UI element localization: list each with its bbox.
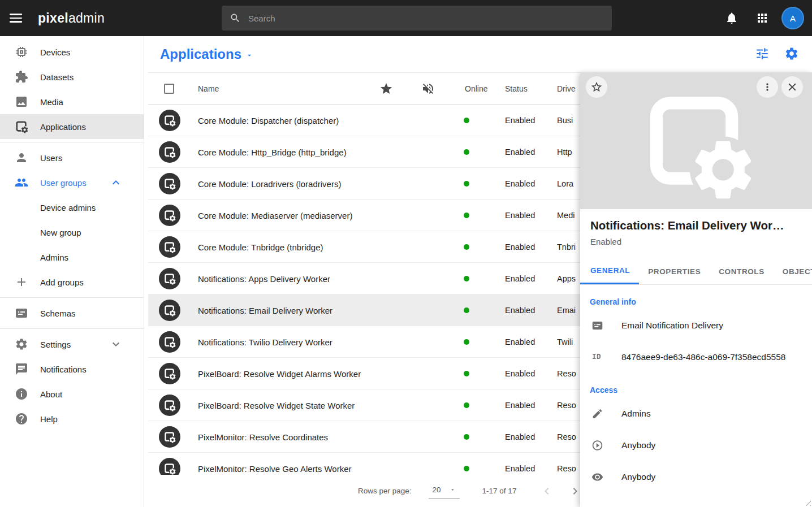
sidebar-item-media[interactable]: Media (0, 89, 144, 114)
sidebar-item-users[interactable]: Users (0, 145, 144, 170)
apps-grid-icon (755, 11, 769, 25)
row-status: Enabled (505, 116, 535, 125)
row-name: Notifications: Email Delivery Worker (198, 305, 332, 315)
muted-icon (421, 82, 435, 96)
header-actions (754, 46, 800, 62)
tab-general[interactable]: GENERAL (580, 258, 639, 284)
row-status: Enabled (505, 148, 535, 157)
sidebar-item-device-admins[interactable]: Device admins (0, 195, 144, 220)
row-status: Enabled (505, 401, 535, 410)
rows-per-page-select[interactable]: 20 (429, 484, 460, 499)
row-drive: Busi (557, 116, 573, 125)
row-drive: Reso (557, 432, 576, 441)
row-app-icon (159, 205, 180, 226)
sidebar-item-label: Media (40, 97, 63, 107)
plus-icon (15, 275, 28, 289)
sidebar-item-label: Notifications (40, 365, 87, 374)
brand-light: admin (68, 11, 105, 25)
resize-handle[interactable] (804, 499, 811, 506)
info-row[interactable]: Email Notification Delivery (580, 310, 812, 341)
sidebar-item-notifications[interactable]: Notifications (0, 357, 144, 382)
app-icon (15, 120, 28, 133)
topbar: pixeladmin A (0, 0, 812, 36)
pagination-range: 1-17 of 17 (482, 487, 517, 495)
row-name: Core Module: Dispatcher (dispatcher) (198, 115, 339, 125)
close-icon (786, 81, 798, 93)
chat-icon (15, 362, 28, 376)
info-row-value: 8476aee9-de63-486c-a069-7f358ecd5558 (621, 352, 785, 362)
row-name: PixelMonitor: Resolve Coordinates (198, 432, 328, 441)
favorite-button[interactable] (586, 76, 607, 98)
row-app-icon (159, 395, 180, 416)
puzzle-icon (15, 70, 28, 84)
info-row-value: Admins (621, 409, 651, 419)
info-row-value: Anybody (621, 472, 655, 482)
tab-properties[interactable]: PROPERTIES (639, 258, 710, 284)
detail-hero (580, 72, 812, 209)
sidebar-item-add-groups[interactable]: Add groups (0, 270, 144, 294)
sidebar-item-about[interactable]: About (0, 382, 144, 406)
detail-status: Enabled (590, 237, 802, 246)
sidebar-item-help[interactable]: Help (0, 406, 144, 431)
more-options-button[interactable] (757, 76, 778, 98)
row-drive: Emai (557, 306, 576, 315)
notifications-button[interactable] (720, 7, 743, 29)
table-settings-button[interactable] (784, 46, 800, 62)
sidebar-divider (0, 297, 144, 298)
application-icon (163, 209, 176, 222)
tab-objects[interactable]: OBJECTS (774, 258, 812, 284)
sidebar-item-datasets[interactable]: Datasets (0, 64, 144, 89)
sidebar-item-label: Datasets (40, 72, 74, 82)
brand-logo: pixeladmin (38, 11, 105, 26)
sidebar-divider (0, 328, 144, 329)
search-input[interactable] (247, 13, 604, 24)
online-status-dot (464, 244, 469, 250)
application-icon (163, 177, 176, 190)
star-outline-icon (590, 81, 603, 93)
row-drive: Reso (557, 369, 576, 378)
row-drive: Apps (557, 274, 576, 283)
close-panel-button[interactable] (781, 76, 803, 98)
sidebar-item-user-groups[interactable]: User groups (0, 170, 144, 195)
info-row[interactable]: Anybody (580, 461, 812, 493)
online-status-dot (464, 466, 469, 471)
page-title-label: Applications (160, 46, 241, 62)
search-bar[interactable] (222, 6, 612, 31)
online-status-dot (464, 402, 469, 408)
sidebar-item-settings[interactable]: Settings (0, 332, 144, 357)
caret-down-icon (450, 487, 456, 493)
row-status: Enabled (505, 369, 535, 378)
info-row[interactable]: Anybody (580, 430, 812, 461)
tune-icon (755, 46, 770, 61)
sidebar-item-admins[interactable]: Admins (0, 245, 144, 270)
avatar[interactable]: A (781, 7, 804, 29)
row-app-icon (159, 173, 180, 194)
favorite-star-icon (379, 82, 393, 96)
chevron-up-icon (109, 176, 123, 189)
row-name: Core Module: Tnbridge (tnbridge) (198, 242, 323, 252)
row-status: Enabled (505, 464, 535, 473)
sidebar-item-devices[interactable]: Devices (0, 40, 144, 64)
info-row[interactable]: Admins (580, 398, 812, 430)
sidebar-item-new-group[interactable]: New group (0, 220, 144, 245)
application-icon (638, 85, 754, 201)
chevron-down-icon (109, 337, 123, 351)
detail-title: Notifications: Email Delivery Wor… (590, 219, 802, 232)
select-all-checkbox[interactable] (164, 84, 174, 94)
sidebar-item-label: Device admins (40, 203, 96, 213)
sidebar-item-label: Devices (40, 47, 70, 57)
schema-icon (15, 306, 28, 320)
sidebar-item-applications[interactable]: Applications (0, 114, 144, 139)
prev-page-button[interactable] (540, 484, 554, 498)
menu-button[interactable] (5, 7, 27, 29)
info-row[interactable]: ID8476aee9-de63-486c-a069-7f358ecd5558 (580, 341, 812, 373)
row-app-icon (159, 426, 180, 448)
brand-bold: pixel (38, 11, 68, 25)
tab-controls[interactable]: CONTROLS (710, 258, 774, 284)
page-title[interactable]: Applications (160, 46, 253, 62)
column-header-name: Name (198, 84, 219, 93)
apps-grid-button[interactable] (751, 7, 774, 29)
filter-columns-button[interactable] (754, 46, 770, 62)
chip-icon (15, 45, 28, 59)
sidebar-item-schemas[interactable]: Schemas (0, 301, 144, 326)
